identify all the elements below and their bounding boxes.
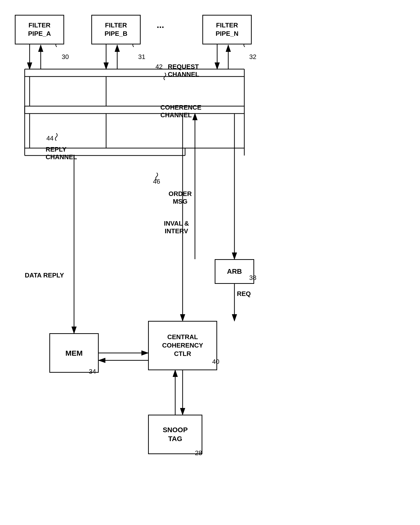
snoop-tag-box: SNOOP TAG (148, 415, 202, 454)
n46-label: 46 (153, 178, 160, 185)
filter-pipe-a-box: FILTER PIPE_A (15, 15, 64, 44)
filter-b-label: FILTER PIPE_B (105, 21, 128, 38)
filter-n-number: 32 (249, 53, 256, 61)
n42-label: 42 (155, 63, 163, 71)
mem-number: 34 (89, 368, 96, 375)
inval-interv-label: INVAL & INTERV (152, 220, 201, 235)
n44-label: 44 (46, 135, 54, 142)
snoop-tag-label: SNOOP TAG (163, 426, 188, 444)
order-msg-label: ORDER MSG (158, 190, 202, 205)
mem-box: MEM (49, 333, 99, 373)
central-coherency-box: CENTRAL COHERENCY CTLR (148, 321, 217, 370)
central-label: CENTRAL COHERENCY CTLR (162, 333, 203, 358)
filter-b-number: 31 (138, 53, 145, 61)
central-number: 40 (212, 358, 219, 366)
filter-a-label: FILTER PIPE_A (28, 21, 51, 38)
dots-label: ... (157, 20, 164, 30)
mem-label: MEM (65, 348, 83, 358)
snoop-tag-number: 28 (195, 449, 202, 457)
filter-pipe-b-box: FILTER PIPE_B (91, 15, 141, 44)
reply-channel-label: REPLY CHANNEL (46, 146, 95, 161)
diagram-svg (0, 0, 420, 525)
coherence-channel-label: COHERENCE CHANNEL (160, 104, 229, 119)
diagram: FILTER PIPE_A 30 FILTER PIPE_B 31 ... FI… (0, 0, 420, 525)
arb-box: ARB (215, 259, 254, 284)
req-label: REQ (237, 290, 257, 298)
filter-a-number: 30 (62, 53, 69, 61)
arb-label: ARB (227, 267, 242, 276)
filter-pipe-n-box: FILTER PIPE_N (202, 15, 252, 44)
data-reply-label: DATA REPLY (20, 272, 69, 279)
arb-number: 38 (249, 274, 256, 282)
request-channel-label: REQUEST CHANNEL (168, 63, 229, 78)
filter-n-label: FILTER PIPE_N (216, 21, 239, 38)
